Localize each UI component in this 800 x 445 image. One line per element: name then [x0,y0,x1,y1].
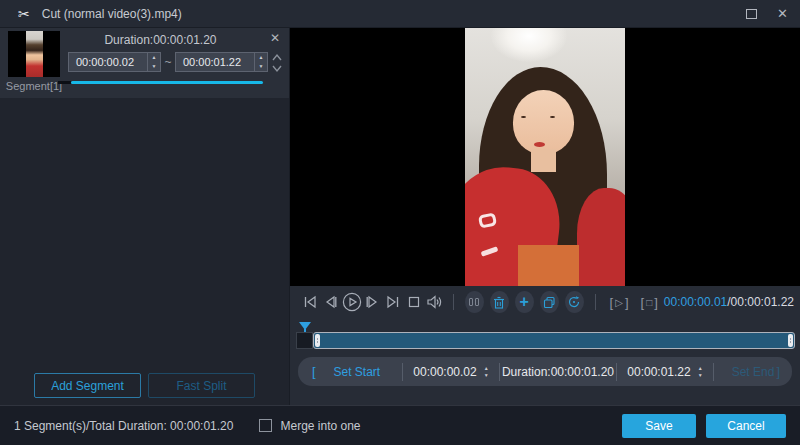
previous-frame-icon[interactable] [321,290,342,314]
end-time-value[interactable]: 00:00:01.22 [627,365,690,379]
spinner-down-icon[interactable]: ▼ [148,62,160,71]
range-separator: ~ [161,55,175,69]
set-range-bar: [ Set Start 00:00:00.02 ▲ ▼ Duration:00:… [298,357,792,386]
merge-checkbox[interactable] [259,419,272,432]
save-button[interactable]: Save [622,414,696,438]
segment-panel: Segment[1] Duration:00:00:01.20 00:00:00… [0,28,290,405]
range-end-handle[interactable] [788,334,793,347]
trash-icon [493,296,505,309]
delete-segment-button[interactable] [490,291,509,313]
video-art-eye [521,116,526,118]
progress-lead [58,81,71,84]
set-start-button[interactable]: Set Start [333,365,394,379]
segment-label: Segment[1] [2,80,66,92]
go-to-end-icon[interactable] [383,290,404,314]
dialog-body: Segment[1] Duration:00:00:01.20 00:00:00… [0,28,800,405]
spinner-down-icon[interactable]: ▼ [255,62,267,71]
video-art-hoodie-right [577,188,625,286]
divider [595,294,596,310]
play-segment-button[interactable]: [ ▷ ] [610,295,629,310]
segment-end-spinner: ▲ ▼ [254,53,267,71]
copy-segment-button[interactable] [540,291,559,313]
video-area [290,28,800,286]
video-art-eye [550,116,555,118]
spinner-up-icon[interactable]: ▲ [698,365,703,372]
segment-end-time-input[interactable]: 00:00:01.22 ▲ ▼ [175,52,268,72]
add-segment-button[interactable]: Add Segment [34,373,141,398]
bracket-left: [ [610,295,614,310]
segment-duration-label: Duration:00:00:01.20 [64,33,257,47]
scissors-icon: ✂ [18,7,30,21]
spinner-down-icon[interactable]: ▼ [698,372,703,379]
set-start-section: [ Set Start [298,357,402,386]
total-time: 00:00:01.22 [731,295,794,309]
divider [453,294,454,310]
next-frame-icon[interactable] [362,290,383,314]
duration-label: Duration:00:00:01.20 [502,365,614,379]
cancel-button[interactable]: Cancel [706,414,786,438]
titlebar: ✂ Cut (normal video(3).mp4) ✕ [0,0,800,28]
segment-reorder-icons[interactable] [271,52,283,78]
current-time: 00:00:00.01 [664,295,727,309]
start-time-value[interactable]: 00:00:00.02 [413,365,476,379]
maximize-icon[interactable] [746,9,757,19]
spinner-up-icon[interactable]: ▲ [148,53,160,62]
set-end-bracket-icon: ] [776,364,780,379]
segment-start-spinner: ▲ ▼ [147,53,160,71]
stop-icon[interactable] [404,290,425,314]
split-segment-button[interactable] [465,291,484,313]
fast-split-button[interactable]: Fast Split [148,373,255,398]
segment-remove-icon[interactable]: ✕ [270,32,280,44]
thumbnail-image [26,31,43,77]
copy-icon [543,296,556,309]
end-time-section: 00:00:01.22 ▲ ▼ [617,357,713,386]
timeline-unselected-lead [296,332,313,349]
spinner-down-icon[interactable]: ▼ [484,372,489,379]
split-icon [469,298,479,306]
cut-dialog-window: ✂ Cut (normal video(3).mp4) ✕ Segment[1]… [0,0,800,445]
play-segment-icon: ▷ [615,297,623,308]
end-time-spinner: ▲ ▼ [698,365,703,379]
video-art-lamp [491,28,568,62]
range-start-handle[interactable] [315,334,320,347]
stop-segment-button[interactable]: [ □ ] [641,295,658,310]
segment-end-time-value[interactable]: 00:00:01.22 [176,53,254,71]
plus-icon: + [520,294,529,310]
segments-summary: 1 Segment(s)/Total Duration: 00:00:01.20 [14,419,233,433]
go-to-start-icon[interactable] [300,290,321,314]
segment-start-time-input[interactable]: 00:00:00.02 ▲ ▼ [68,52,161,72]
duration-section: Duration:00:00:01.20 [500,357,616,386]
window-controls: ✕ [746,7,788,20]
play-icon[interactable] [341,290,362,314]
segment-card: Segment[1] Duration:00:00:01.20 00:00:00… [0,28,289,98]
video-art-lips [534,142,545,147]
timeline [290,318,800,352]
stop-segment-icon: □ [646,297,652,308]
set-start-bracket-icon: [ [312,364,316,379]
segment-progress-bar [58,81,263,84]
chevron-up-down-icon [271,52,283,74]
volume-icon[interactable] [424,290,445,314]
bracket-right: ] [625,295,629,310]
merge-label: Merge into one [280,419,360,433]
reset-icon [567,295,581,309]
preview-panel: + [ ▷ ] [ □ ] [290,28,800,405]
add-segment-circle-button[interactable]: + [515,291,534,313]
video-art-shirt [518,245,579,286]
bracket-left: [ [641,295,645,310]
segment-thumbnail[interactable] [8,31,60,77]
start-time-spinner: ▲ ▼ [484,365,489,379]
video-art-neck [531,149,557,172]
close-icon[interactable]: ✕ [777,7,788,20]
start-time-section: 00:00:00.02 ▲ ▼ [403,357,499,386]
window-title: Cut (normal video(3).mp4) [42,7,182,21]
segment-time-inputs: 00:00:00.02 ▲ ▼ ~ 00:00:01.22 ▲ ▼ [68,52,268,72]
set-end-button[interactable]: Set End [732,365,775,379]
transport-controls: + [ ▷ ] [ □ ] [290,286,800,318]
spinner-up-icon[interactable]: ▲ [255,53,267,62]
reset-button[interactable] [565,291,584,313]
spinner-up-icon[interactable]: ▲ [484,365,489,372]
segment-start-time-value[interactable]: 00:00:00.02 [69,53,147,71]
timeline-selected-range[interactable] [313,332,795,349]
bracket-right: ] [654,295,658,310]
